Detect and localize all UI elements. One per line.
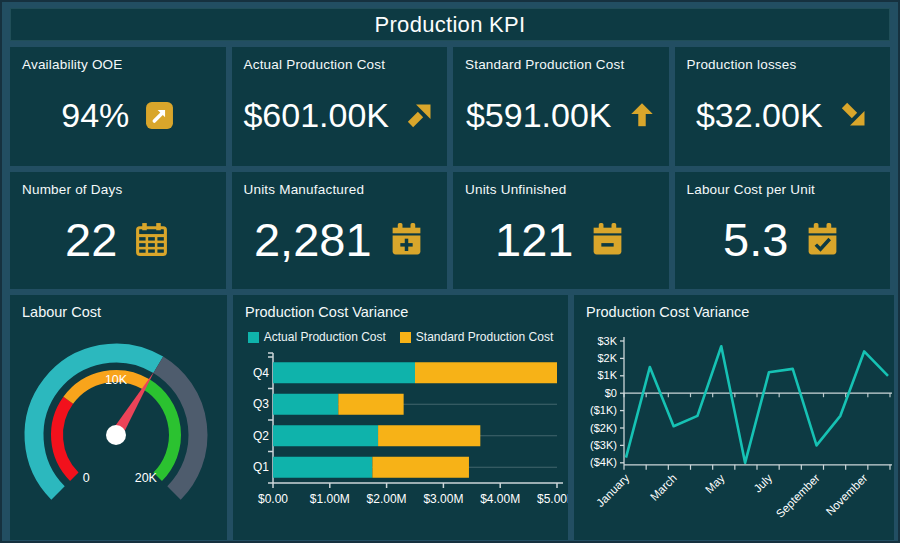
kpi-card-actual-production-cost: Actual Production Cost$601.00K <box>232 47 448 166</box>
svg-text:$1K: $1K <box>597 369 617 381</box>
kpi-card-production-losses: Production losses$32.00K <box>675 47 891 166</box>
svg-text:$0: $0 <box>605 387 617 399</box>
calendar-grid-icon <box>133 221 170 258</box>
svg-text:January: January <box>594 472 632 510</box>
svg-text:Q1: Q1 <box>253 460 269 474</box>
kpi-card-value: 5.3 <box>723 216 788 263</box>
svg-text:$5.00M: $5.00M <box>537 492 568 506</box>
arrow-down-right-icon <box>839 100 869 130</box>
kpi-card-label: Production losses <box>687 57 879 72</box>
kpi-card-value-row: 121 <box>465 197 657 281</box>
kpi-card-label: Standard Production Cost <box>465 57 657 72</box>
svg-text:$3K: $3K <box>597 335 617 347</box>
kpi-card-label: Units Unfinished <box>465 182 657 197</box>
trend-up-square-icon <box>145 101 174 130</box>
kpi-card-value: $591.00K <box>466 98 612 132</box>
calendar-minus-icon <box>589 221 626 258</box>
svg-text:$3.00M: $3.00M <box>423 492 463 506</box>
svg-text:$1.00M: $1.00M <box>310 492 350 506</box>
cost-variance-bar-panel: Production Cost Variance Actual Producti… <box>233 295 568 540</box>
svg-text:November: November <box>824 472 870 518</box>
legend-label: Standard Production Cost <box>416 330 553 344</box>
svg-text:$2.00M: $2.00M <box>367 492 407 506</box>
kpi-card-label: Labour Cost per Unit <box>687 182 879 197</box>
svg-text:May: May <box>703 472 727 496</box>
bar-chart-legend: Actual Production CostStandard Productio… <box>233 325 568 349</box>
bar-panel-title: Production Cost Variance <box>233 295 568 325</box>
labour-cost-gauge-panel: Labour Cost 010K20K <box>10 295 227 540</box>
legend-item-standard-production-cost[interactable]: Standard Production Cost <box>400 330 553 344</box>
line-panel-title: Production Cost Variance <box>574 295 894 325</box>
kpi-card-value: $601.00K <box>243 98 389 132</box>
svg-text:10K: 10K <box>105 373 128 387</box>
kpi-card-label: Availability OOE <box>22 57 214 72</box>
kpi-card-label: Units Manufactured <box>244 182 436 197</box>
kpi-card-value: 22 <box>65 216 117 263</box>
svg-text:Q2: Q2 <box>253 429 269 443</box>
legend-label: Actual Production Cost <box>264 330 386 344</box>
kpi-card-value: $32.00K <box>696 98 823 132</box>
svg-text:$0.00: $0.00 <box>258 492 288 506</box>
calendar-plus-icon <box>388 221 425 258</box>
legend-swatch <box>248 332 259 343</box>
cost-variance-line-panel: Production Cost Variance $3K$2K$1K$0($1K… <box>574 295 894 540</box>
svg-text:($4K): ($4K) <box>590 456 617 468</box>
kpi-card-value-row: $591.00K <box>465 72 657 158</box>
cost-variance-bar-chart[interactable]: Q4Q3Q2Q1$0.00$1.00M$2.00M$3.00M$4.00M$5.… <box>233 349 568 537</box>
svg-text:July: July <box>751 472 774 495</box>
kpi-card-units-manufactured: Units Manufactured2,281 <box>232 172 448 289</box>
legend-item-actual-production-cost[interactable]: Actual Production Cost <box>248 330 386 344</box>
kpi-card-labour-cost-per-unit: Labour Cost per Unit5.3 <box>675 172 891 289</box>
svg-text:$4.00M: $4.00M <box>480 492 520 506</box>
kpi-card-value-row: 22 <box>22 197 214 281</box>
kpi-card-label: Number of Days <box>22 182 214 197</box>
dashboard-title: Production KPI <box>375 12 526 38</box>
gauge-panel-title: Labour Cost <box>10 295 227 325</box>
kpi-card-availability-ooe: Availability OOE94% <box>10 47 226 166</box>
svg-text:Q4: Q4 <box>253 366 269 380</box>
svg-text:20K: 20K <box>135 471 158 485</box>
kpi-card-value-row: 5.3 <box>687 197 879 281</box>
kpi-card-value: 94% <box>61 98 129 132</box>
svg-text:($3K): ($3K) <box>590 439 617 451</box>
svg-text:March: March <box>648 472 679 503</box>
cost-variance-line-chart[interactable]: $3K$2K$1K$0($1K)($2K)($3K)($4K)JanuaryMa… <box>574 325 894 537</box>
labour-cost-gauge-chart[interactable]: 010K20K <box>10 325 227 537</box>
legend-swatch <box>400 332 411 343</box>
kpi-card-number-of-days: Number of Days22 <box>10 172 226 289</box>
svg-text:0: 0 <box>83 471 90 485</box>
svg-text:Q3: Q3 <box>253 397 269 411</box>
kpi-card-value: 2,281 <box>254 216 372 263</box>
arrow-up-icon <box>628 101 656 129</box>
svg-text:$2K: $2K <box>597 352 617 364</box>
kpi-card-units-unfinished: Units Unfinished121 <box>453 172 669 289</box>
kpi-card-value-row: $601.00K <box>244 72 436 158</box>
production-kpi-dashboard: Production KPI Availability OOE94%Actual… <box>0 0 900 543</box>
calendar-check-icon <box>804 221 841 258</box>
svg-text:($2K): ($2K) <box>590 422 617 434</box>
kpi-card-value-row: 2,281 <box>244 197 436 281</box>
kpi-card-grid: Availability OOE94%Actual Production Cos… <box>10 47 890 289</box>
svg-text:September: September <box>774 472 822 520</box>
arrow-up-right-icon <box>405 100 435 130</box>
svg-text:($1K): ($1K) <box>590 404 617 416</box>
charts-row: Labour Cost 010K20K Production Cost Vari… <box>10 295 890 540</box>
kpi-card-value: 121 <box>495 216 573 263</box>
kpi-card-label: Actual Production Cost <box>244 57 436 72</box>
kpi-card-value-row: 94% <box>22 72 214 158</box>
dashboard-title-bar: Production KPI <box>10 8 890 41</box>
kpi-card-value-row: $32.00K <box>687 72 879 158</box>
kpi-card-standard-production-cost: Standard Production Cost$591.00K <box>453 47 669 166</box>
